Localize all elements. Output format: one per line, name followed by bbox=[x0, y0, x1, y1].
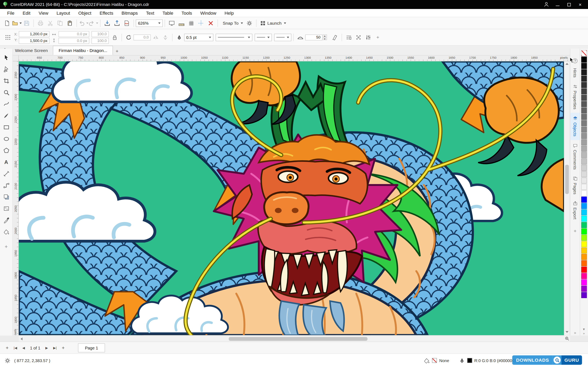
scroll-down-icon[interactable] bbox=[566, 331, 569, 333]
object-origin-button[interactable] bbox=[3, 33, 13, 42]
docker-tab-comments[interactable]: Comments bbox=[570, 140, 580, 173]
new-tab-button[interactable]: + bbox=[113, 47, 121, 55]
color-swatch[interactable] bbox=[581, 146, 587, 151]
color-swatch[interactable] bbox=[581, 88, 587, 94]
next-page-button[interactable]: ▶ bbox=[43, 343, 51, 352]
customize-propbar-button[interactable]: + bbox=[373, 33, 383, 42]
mirror-horizontal-button[interactable] bbox=[150, 33, 160, 42]
mirror-vertical-button[interactable] bbox=[160, 33, 170, 42]
copy-button[interactable] bbox=[55, 18, 65, 28]
color-swatch[interactable] bbox=[581, 197, 587, 202]
outline-width-combo[interactable]: 0.5 pt bbox=[184, 33, 213, 41]
color-swatch[interactable] bbox=[581, 254, 587, 260]
color-swatch[interactable] bbox=[581, 120, 587, 126]
show-guidelines-button[interactable] bbox=[196, 18, 206, 28]
color-swatch[interactable] bbox=[581, 248, 587, 253]
color-swatch[interactable] bbox=[581, 222, 587, 228]
object-properties-button[interactable] bbox=[363, 33, 373, 42]
undo-button[interactable] bbox=[79, 18, 89, 28]
connector-tool[interactable] bbox=[1, 179, 12, 191]
launch-dropdown[interactable]: Launch bbox=[259, 18, 288, 28]
line-style-combo[interactable] bbox=[215, 33, 252, 41]
drawing-canvas[interactable] bbox=[19, 61, 564, 335]
text-tool[interactable]: A bbox=[1, 156, 12, 168]
vertical-scrollbar[interactable] bbox=[564, 61, 569, 335]
color-swatch[interactable] bbox=[581, 69, 587, 75]
crop-tool[interactable] bbox=[1, 75, 12, 86]
color-swatch[interactable] bbox=[581, 127, 587, 133]
docker-tab-properties[interactable]: Properties bbox=[570, 81, 580, 113]
shape-tool[interactable] bbox=[1, 63, 12, 75]
menu-tools[interactable]: Tools bbox=[177, 10, 196, 16]
docker-overflow-button[interactable]: » bbox=[574, 331, 576, 335]
menu-file[interactable]: File bbox=[3, 10, 18, 16]
docker-tab-export[interactable]: Export bbox=[570, 198, 580, 223]
color-swatch[interactable] bbox=[581, 273, 587, 279]
interactive-fill-tool[interactable] bbox=[1, 226, 12, 238]
customize-toolbox-button[interactable]: + bbox=[1, 240, 12, 252]
artistic-media-tool[interactable] bbox=[1, 110, 12, 121]
color-swatch[interactable] bbox=[581, 216, 587, 222]
scale-v-field[interactable]: 100.0 bbox=[91, 38, 108, 44]
no-color-swatch[interactable] bbox=[581, 50, 587, 56]
menu-help[interactable]: Help bbox=[221, 10, 238, 16]
publish-pdf-button[interactable] bbox=[122, 18, 132, 28]
vertical-scroll-thumb[interactable] bbox=[565, 165, 569, 194]
eyedropper-tool[interactable] bbox=[1, 214, 12, 226]
palette-flyout-icon[interactable]: » bbox=[583, 332, 585, 335]
menu-object[interactable]: Object bbox=[74, 10, 95, 16]
tab-welcome-screen[interactable]: Welcome Screen bbox=[10, 46, 53, 55]
menu-table[interactable]: Table bbox=[158, 10, 177, 16]
rotate-button[interactable] bbox=[123, 33, 133, 42]
color-swatch[interactable] bbox=[581, 209, 587, 215]
color-swatch[interactable] bbox=[581, 133, 587, 139]
show-rulers-button[interactable] bbox=[177, 18, 186, 28]
color-swatch[interactable] bbox=[581, 260, 587, 266]
horizontal-scrollbar[interactable] bbox=[19, 336, 564, 342]
show-grid-button[interactable] bbox=[186, 18, 196, 28]
fullscreen-preview-button[interactable] bbox=[167, 18, 177, 28]
save-button[interactable] bbox=[22, 18, 32, 28]
fill-status[interactable]: None bbox=[424, 358, 449, 363]
first-page-button[interactable]: |◀ bbox=[11, 343, 19, 352]
wrap-text-button[interactable] bbox=[344, 33, 354, 42]
print-button[interactable] bbox=[35, 18, 45, 28]
color-swatch[interactable] bbox=[581, 165, 587, 171]
minimize-button[interactable] bbox=[552, 0, 563, 9]
transparency-tool[interactable] bbox=[1, 203, 12, 214]
horizontal-scroll-thumb[interactable] bbox=[229, 337, 367, 341]
color-swatch[interactable] bbox=[581, 95, 587, 101]
add-docker-button[interactable]: + bbox=[574, 228, 577, 234]
color-swatch[interactable] bbox=[581, 279, 587, 285]
color-swatch[interactable] bbox=[581, 203, 587, 209]
color-swatch[interactable] bbox=[581, 190, 587, 196]
rotation-angle-field[interactable]: 0.0 bbox=[133, 34, 150, 40]
color-swatch[interactable] bbox=[581, 82, 587, 88]
dimension-tool[interactable] bbox=[1, 168, 12, 179]
menu-edit[interactable]: Edit bbox=[18, 10, 35, 16]
options-button[interactable] bbox=[245, 18, 254, 28]
docker-tab-objects[interactable]: Objects bbox=[570, 113, 580, 140]
color-swatch[interactable] bbox=[581, 235, 587, 241]
color-swatch[interactable] bbox=[581, 63, 587, 69]
color-swatch[interactable] bbox=[581, 76, 587, 82]
color-swatch[interactable] bbox=[581, 114, 587, 120]
freehand-smoothing-button[interactable] bbox=[295, 33, 305, 42]
ruler-origin-corner[interactable] bbox=[13, 55, 18, 61]
palette-scroll-down-icon[interactable]: ▼ bbox=[582, 328, 585, 331]
last-page-button[interactable]: ▶| bbox=[51, 343, 59, 352]
account-button[interactable] bbox=[541, 0, 552, 9]
color-swatch[interactable] bbox=[581, 267, 587, 273]
menu-layout[interactable]: Layout bbox=[52, 10, 74, 16]
object-height-field[interactable]: 0.0 px bbox=[58, 38, 89, 44]
object-width-field[interactable]: 0.0 px bbox=[58, 31, 89, 37]
menu-window[interactable]: Window bbox=[196, 10, 221, 16]
color-swatch[interactable] bbox=[581, 101, 587, 107]
zoom-level-combo[interactable]: 626% bbox=[136, 19, 163, 27]
tab-active-document[interactable]: Firman Hatibu - Dragon... bbox=[53, 46, 113, 55]
color-swatch[interactable] bbox=[581, 152, 587, 158]
cut-button[interactable] bbox=[45, 18, 55, 28]
docker-tab-hints[interactable]: Hints bbox=[570, 65, 580, 81]
start-arrowhead-combo[interactable] bbox=[254, 33, 272, 41]
status-gear-icon[interactable] bbox=[4, 358, 10, 363]
